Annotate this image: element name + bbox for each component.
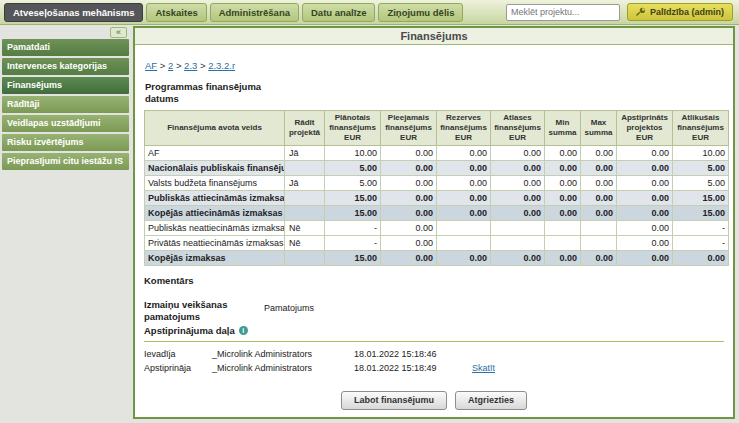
show-in-project-cell: Jā xyxy=(285,175,325,190)
search-input[interactable] xyxy=(506,4,620,21)
table-row: Kopējās izmaksas15.000.000.000.000.000.0… xyxy=(145,250,729,265)
value-cell: 0.00 xyxy=(437,160,491,175)
sidebar-item-r-d-t-ji[interactable]: Rādītāji xyxy=(2,96,129,113)
value-cell: 0.00 xyxy=(491,160,545,175)
table-row: AFJā10.000.000.000.000.000.000.0010.00 xyxy=(145,145,729,160)
row-label: AF xyxy=(145,145,285,160)
value-cell: - xyxy=(673,220,729,235)
tools-icon xyxy=(636,7,646,17)
value-cell: 0.00 xyxy=(545,205,581,220)
breadcrumb-separator: > xyxy=(197,60,208,71)
row-label: Nacionālais publiskais finansējums xyxy=(145,160,285,175)
column-header: Rezerves finansējums EUR xyxy=(437,110,491,145)
audit-timestamp: 18.01.2022 15:18:46 xyxy=(354,349,472,359)
value-cell: 0.00 xyxy=(545,175,581,190)
breadcrumb-link-2-3[interactable]: 2.3 xyxy=(184,60,197,71)
value-cell: 0.00 xyxy=(381,145,437,160)
finance-table-body: AFJā10.000.000.000.000.000.000.0010.00Na… xyxy=(145,145,729,265)
value-cell: 0.00 xyxy=(381,205,437,220)
value-cell: 0.00 xyxy=(437,175,491,190)
finance-table: Finansējuma avota veidsRādīt projektāPlā… xyxy=(144,110,729,266)
value-cell: - xyxy=(325,235,381,250)
value-cell xyxy=(545,235,581,250)
value-cell: 0.00 xyxy=(617,145,673,160)
edit-financing-button[interactable]: Labot finansējumu xyxy=(341,391,447,410)
value-cell: 0.00 xyxy=(617,205,673,220)
sidebar-collapse-row: « xyxy=(0,26,131,39)
approval-label: Apstiprinājuma daļa xyxy=(144,325,235,336)
table-row: Publiskās attiecināmās izmaksas15.000.00… xyxy=(145,190,729,205)
tab-administr-ana[interactable]: Administrēšana xyxy=(210,3,299,22)
reason-value: Pamatojums xyxy=(264,299,314,323)
table-row: Valsts budžeta finansējumsJā5.000.000.00… xyxy=(145,175,729,190)
value-cell: 0.00 xyxy=(581,160,617,175)
sidebar-item-finans-jums[interactable]: Finansējums xyxy=(2,77,129,94)
value-cell: 0.00 xyxy=(617,190,673,205)
column-header: Rādīt projektā xyxy=(285,110,325,145)
value-cell: 5.00 xyxy=(673,160,729,175)
breadcrumb-link-2-3-2-r[interactable]: 2.3.2.r xyxy=(208,60,235,71)
sidebar-item-intervences-kategorijas[interactable]: Intervences kategorijas xyxy=(2,58,129,75)
value-cell: 0.00 xyxy=(437,190,491,205)
tab-datu-anal-ze[interactable]: Datu analīze xyxy=(302,3,375,22)
breadcrumb: AF > 2 > 2.3 > 2.3.2.r xyxy=(145,60,724,71)
sidebar-item-piepras-jumi-citu-iest-u-is[interactable]: Pieprasījumi citu iestāžu IS xyxy=(2,153,129,170)
show-in-project-cell: Nē xyxy=(285,220,325,235)
breadcrumb-link-af[interactable]: AF xyxy=(145,60,157,71)
sidebar-collapse-icon[interactable]: « xyxy=(110,27,127,38)
show-in-project-cell xyxy=(285,250,325,265)
value-cell xyxy=(437,235,491,250)
value-cell: 0.00 xyxy=(617,220,673,235)
value-cell: 0.00 xyxy=(581,250,617,265)
top-tabs: Atveseļošanas mehānismsAtskaitesAdminist… xyxy=(4,3,463,22)
table-row: Publiskās neattiecināmās izmaksasNē-0.00… xyxy=(145,220,729,235)
value-cell: 0.00 xyxy=(491,190,545,205)
tab-atskaites[interactable]: Atskaites xyxy=(146,3,206,22)
help-button[interactable]: Palīdzība (admin) xyxy=(627,3,733,21)
value-cell xyxy=(491,220,545,235)
audit-row: Apstiprināja_Microlink Administrators18.… xyxy=(144,363,724,373)
top-navigation-bar: Atveseļošanas mehānismsAtskaitesAdminist… xyxy=(0,0,739,25)
table-row: Kopējās attiecināmās izmaksas15.000.000.… xyxy=(145,205,729,220)
sidebar-item-veidlapas-uzst-d-jumi[interactable]: Veidlapas uzstādījumi xyxy=(2,115,129,132)
value-cell: 0.00 xyxy=(381,175,437,190)
value-cell: 5.00 xyxy=(325,175,381,190)
column-header: Finansējuma avota veids xyxy=(145,110,285,145)
audit-row: Ievadīja_Microlink Administrators18.01.2… xyxy=(144,349,724,359)
tab-zi-ojumu-d-lis[interactable]: Ziņojumu dēlis xyxy=(378,3,463,22)
value-cell: 15.00 xyxy=(325,250,381,265)
value-cell: 0.00 xyxy=(491,205,545,220)
row-label: Kopējās izmaksas xyxy=(145,250,285,265)
column-header: Atlikušais finansējums EUR xyxy=(673,110,729,145)
value-cell: 0.00 xyxy=(381,235,437,250)
value-cell: 0.00 xyxy=(617,250,673,265)
back-button[interactable]: Atgriezties xyxy=(455,391,527,410)
value-cell: 0.00 xyxy=(545,160,581,175)
tab-atvese-o-anas-meh-nisms[interactable]: Atveseļošanas mehānisms xyxy=(4,3,143,22)
value-cell: - xyxy=(673,235,729,250)
sidebar-item-risku-izv-rt-jums[interactable]: Risku izvērtējums xyxy=(2,134,129,151)
value-cell: 5.00 xyxy=(673,175,729,190)
value-cell: 0.00 xyxy=(673,250,729,265)
value-cell: 0.00 xyxy=(381,190,437,205)
finance-table-header-row: Finansējuma avota veidsRādīt projektāPlā… xyxy=(145,110,729,145)
breadcrumb-separator: > xyxy=(157,60,168,71)
column-header: Plānotais finansējums EUR xyxy=(325,110,381,145)
row-label: Publiskās neattiecināmās izmaksas xyxy=(145,220,285,235)
row-label: Valsts budžeta finansējums xyxy=(145,175,285,190)
value-cell: - xyxy=(325,220,381,235)
table-row: Nacionālais publiskais finansējums5.000.… xyxy=(145,160,729,175)
value-cell: 0.00 xyxy=(581,145,617,160)
info-icon[interactable]: i xyxy=(239,326,248,335)
audit-user: _Microlink Administrators xyxy=(212,349,354,359)
show-in-project-cell xyxy=(285,205,325,220)
sidebar-item-pamatdati[interactable]: Pamatdati xyxy=(2,39,129,56)
value-cell xyxy=(581,220,617,235)
show-in-project-cell xyxy=(285,190,325,205)
value-cell: 15.00 xyxy=(673,205,729,220)
table-row: Privātās neattiecināmās izmaksasNē-0.000… xyxy=(145,235,729,250)
view-link[interactable]: Skatīt xyxy=(472,363,495,373)
value-cell xyxy=(437,220,491,235)
value-cell: 0.00 xyxy=(491,250,545,265)
value-cell: 0.00 xyxy=(437,145,491,160)
